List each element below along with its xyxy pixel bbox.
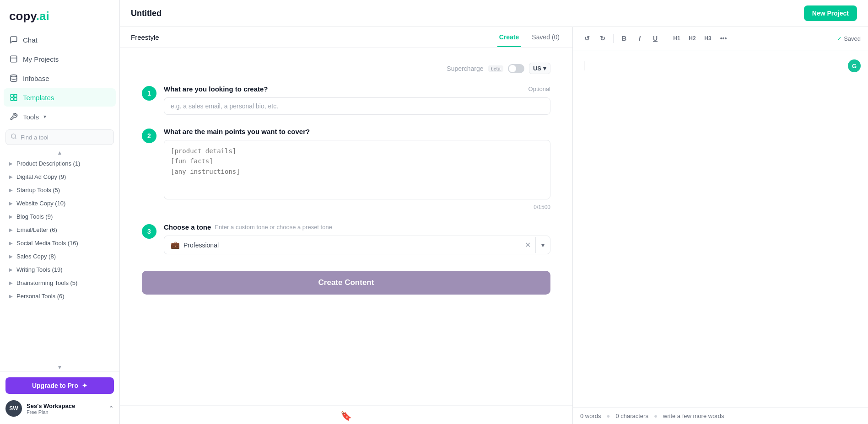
editor-cursor <box>584 61 584 70</box>
grammarly-button[interactable]: G <box>848 59 861 72</box>
step-1-input[interactable] <box>164 97 550 115</box>
undo-button[interactable]: ↺ <box>580 32 594 45</box>
tool-item-label: Blog Tools (9) <box>16 213 53 220</box>
sidebar-nav: Chat My Projects Infobase Templates <box>0 31 119 107</box>
supercharge-toggle[interactable] <box>508 64 524 73</box>
right-panel: ↺ ↻ B I U H1 H2 H3 ••• ✓ Saved G <box>573 27 868 424</box>
tools-header[interactable]: Tools ▾ <box>4 107 116 126</box>
workspace-name: Ses's Workspace <box>27 403 104 409</box>
tool-arrow-icon: ▶ <box>9 188 13 193</box>
step-2-textarea[interactable] <box>164 140 550 199</box>
lang-chevron-icon: ▾ <box>543 65 546 72</box>
lang-select[interactable]: US ▾ <box>529 63 550 74</box>
form-step-2: 2 What are the main points you want to c… <box>142 128 550 210</box>
tone-chevron-icon[interactable]: ▾ <box>536 238 550 252</box>
pro-badge-icon: ✦ <box>82 382 87 389</box>
tool-item-product-descriptions[interactable]: ▶ Product Descriptions (1) <box>4 157 116 170</box>
svg-rect-6 <box>14 98 17 101</box>
tab-bar: Freestyle Create Saved (0) <box>120 27 572 48</box>
tool-item-personal[interactable]: ▶ Personal Tools (6) <box>4 290 116 303</box>
tool-item-digital-ad[interactable]: ▶ Digital Ad Copy (9) <box>4 170 116 183</box>
tone-hint: Enter a custom tone or choose a preset t… <box>215 224 332 231</box>
tone-row: Choose a tone Enter a custom tone or cho… <box>164 223 550 231</box>
chat-icon <box>9 35 18 44</box>
h2-button[interactable]: H2 <box>685 32 699 45</box>
logo-suffix: .ai <box>36 9 49 23</box>
tool-arrow-icon: ▶ <box>9 254 13 259</box>
tone-value-container: 💼 Professional <box>164 236 520 254</box>
form-area: Supercharge beta US ▾ 1 <box>120 48 572 405</box>
tool-item-writing[interactable]: ▶ Writing Tools (19) <box>4 263 116 276</box>
redo-button[interactable]: ↻ <box>596 32 609 45</box>
templates-icon <box>9 93 18 102</box>
tools-chevron-icon: ▾ <box>43 113 46 120</box>
logo-container: copy.ai <box>0 0 119 31</box>
sidebar-item-projects-label: My Projects <box>23 55 59 63</box>
sidebar-item-chat[interactable]: Chat <box>4 31 116 49</box>
workspace-row[interactable]: SW Ses's Workspace Free Plan ⌃ <box>5 398 114 419</box>
step-1-number: 1 <box>142 86 156 101</box>
editor-content[interactable]: G <box>573 50 868 408</box>
h3-button[interactable]: H3 <box>701 32 715 45</box>
tab-create[interactable]: Create <box>497 28 521 47</box>
tool-arrow-icon: ▶ <box>9 280 13 285</box>
saved-status: ✓ Saved <box>837 35 861 42</box>
bookmark-icon[interactable]: 🔖 <box>340 410 352 421</box>
tone-select[interactable]: 💼 Professional ✕ ▾ <box>164 236 550 254</box>
tool-arrow-icon: ▶ <box>9 201 13 206</box>
search-input[interactable] <box>21 134 109 141</box>
toolbar-divider-2 <box>666 34 666 43</box>
beta-badge: beta <box>488 65 503 72</box>
italic-button[interactable]: I <box>633 32 647 45</box>
sidebar-item-projects[interactable]: My Projects <box>4 50 116 68</box>
scroll-down-btn[interactable]: ▼ <box>0 363 119 371</box>
step-2-content: What are the main points you want to cov… <box>164 128 550 210</box>
tab-saved[interactable]: Saved (0) <box>530 28 561 47</box>
toolbar-divider <box>613 34 614 43</box>
freestyle-label: Freestyle <box>131 27 167 48</box>
tool-item-label: Brainstorming Tools (5) <box>16 279 77 286</box>
saved-label: Saved <box>844 35 861 42</box>
bold-button[interactable]: B <box>617 32 631 45</box>
tone-clear-button[interactable]: ✕ <box>520 237 536 253</box>
tool-item-sales[interactable]: ▶ Sales Copy (8) <box>4 250 116 263</box>
create-content-button[interactable]: Create Content <box>142 271 550 295</box>
upgrade-label: Upgrade to Pro <box>32 382 78 389</box>
editor-toolbar: ↺ ↻ B I U H1 H2 H3 ••• ✓ Saved <box>573 27 868 50</box>
editor-hint: write a few more words <box>663 413 724 419</box>
step-3-number: 3 <box>142 224 156 239</box>
more-button[interactable]: ••• <box>717 32 730 45</box>
sidebar-item-infobase[interactable]: Infobase <box>4 69 116 87</box>
tool-item-email[interactable]: ▶ Email/Letter (6) <box>4 223 116 236</box>
editor-footer: 0 words ● 0 characters ● write a few mor… <box>573 408 868 424</box>
tool-item-label: Sales Copy (8) <box>16 253 56 260</box>
underline-button[interactable]: U <box>648 32 662 45</box>
top-bar: Untitled New Project <box>120 0 868 27</box>
tool-item-blog[interactable]: ▶ Blog Tools (9) <box>4 210 116 223</box>
tool-item-label: Social Media Tools (16) <box>16 240 78 247</box>
footer-dot-2: ● <box>654 413 658 419</box>
tools-list: ▶ Product Descriptions (1) ▶ Digital Ad … <box>0 157 119 363</box>
tool-arrow-icon: ▶ <box>9 294 13 299</box>
tool-search-container <box>0 128 119 149</box>
search-icon <box>11 133 17 141</box>
tool-item-social[interactable]: ▶ Social Media Tools (16) <box>4 236 116 250</box>
tool-item-label: Writing Tools (19) <box>16 266 63 273</box>
main-content: Untitled New Project Freestyle Create Sa… <box>120 0 868 424</box>
step-1-optional: Optional <box>528 86 550 92</box>
tool-item-website[interactable]: ▶ Website Copy (10) <box>4 197 116 210</box>
sidebar-item-infobase-label: Infobase <box>23 75 49 82</box>
tool-item-brainstorming[interactable]: ▶ Brainstorming Tools (5) <box>4 276 116 290</box>
tool-item-label: Product Descriptions (1) <box>16 160 80 167</box>
scroll-up-btn[interactable]: ▲ <box>0 149 119 157</box>
form-step-1: 1 What are you looking to create? Option… <box>142 85 550 115</box>
sidebar-item-templates[interactable]: Templates <box>4 88 116 107</box>
h1-button[interactable]: H1 <box>670 32 684 45</box>
tone-value-text: Professional <box>183 242 219 249</box>
new-project-button[interactable]: New Project <box>804 5 857 21</box>
search-box[interactable] <box>5 129 114 145</box>
upgrade-button[interactable]: Upgrade to Pro ✦ <box>5 377 114 394</box>
tool-item-startup[interactable]: ▶ Startup Tools (5) <box>4 183 116 197</box>
bookmark-row: 🔖 <box>120 405 572 424</box>
svg-line-8 <box>15 138 16 139</box>
